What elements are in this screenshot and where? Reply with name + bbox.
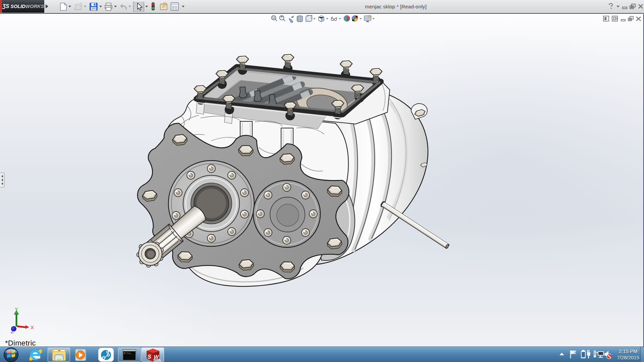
svg-text:C:\>_: C:\>_ bbox=[124, 352, 132, 355]
svg-text:2015: 2015 bbox=[153, 358, 161, 362]
svg-text:S: S bbox=[148, 354, 151, 360]
svg-text:X: X bbox=[31, 324, 34, 330]
svg-text:Z: Z bbox=[11, 328, 14, 334]
